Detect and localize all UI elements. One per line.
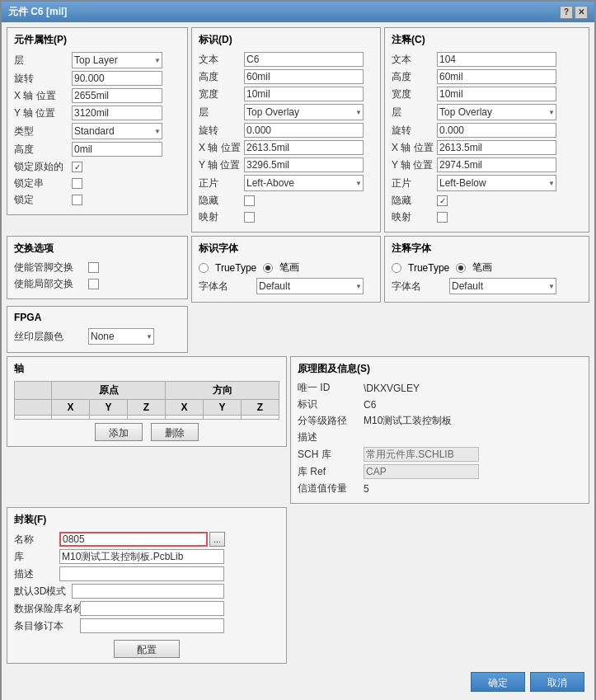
help-button[interactable]: ? [560, 6, 573, 19]
axis-title: 轴 [14, 362, 279, 376]
lock-origin-checkbox[interactable] [72, 162, 82, 172]
encap-3d-input[interactable] [72, 584, 224, 599]
encap-desc-input[interactable] [59, 566, 224, 581]
add-axis-button[interactable]: 添加 [95, 423, 143, 441]
comment-rotation-input[interactable] [437, 123, 556, 138]
font-id-stroke-radio[interactable] [263, 263, 273, 273]
font-comment-name-select[interactable]: Default [449, 278, 556, 294]
dir-y-header: Y [204, 400, 242, 416]
lock-origin-label: 锁定原始的 [14, 160, 72, 174]
axis-table: 原点 方向 X Y Z X Y Z [14, 381, 279, 420]
type-label: 类型 [14, 124, 72, 139]
props-title: 元件属性(P) [14, 33, 181, 47]
id-title: 标识(D) [199, 33, 373, 47]
comment-mirror-select[interactable]: Left-Below [437, 175, 556, 191]
origin-y-header: Y [90, 400, 128, 416]
unique-id-label: 唯一 ID [298, 381, 364, 395]
font-comment-panel: 注释字体 TrueType 笔画 字体名 Default [384, 236, 589, 303]
id-rotation-label: 旋转 [199, 124, 244, 138]
comment-hide-checkbox[interactable] [437, 195, 448, 206]
ok-button[interactable]: 确定 [471, 672, 525, 692]
encap-lib-input[interactable] [59, 549, 224, 564]
confidence-value: 5 [364, 483, 369, 495]
id-text-input[interactable] [244, 52, 364, 67]
axis-row [15, 416, 279, 420]
func-manage-checkbox[interactable] [88, 262, 99, 273]
id-text-label: 文本 [199, 53, 244, 67]
id-x-input[interactable] [244, 140, 364, 155]
id-mirror-select[interactable]: Left-Above [244, 175, 364, 191]
origin-header: 原点 [52, 382, 166, 400]
font-comment-name-label: 字体名 [392, 280, 449, 294]
comment-x-input[interactable] [437, 140, 556, 155]
comment-text-input[interactable] [437, 52, 556, 67]
comment-width-input[interactable] [437, 87, 556, 101]
dir-x-header: X [166, 400, 204, 416]
comment-text-label: 文本 [392, 53, 437, 67]
fpga-title: FPGA [14, 312, 181, 323]
height-input[interactable] [72, 142, 162, 157]
encap-lib-label: 库 [14, 550, 59, 564]
id-panel: 标识(D) 文本 高度 宽度 层 Top Overl [191, 27, 381, 233]
encap-panel: 封装(F) 名称 ... 库 描述 默认3D模式 [7, 507, 287, 664]
encap-revision-label: 条目修订本 [14, 619, 80, 633]
cancel-button[interactable]: 取消 [530, 672, 584, 692]
encap-title: 封装(F) [14, 513, 279, 527]
comment-width-label: 宽度 [392, 87, 437, 101]
layer-select[interactable]: Top Layer [72, 52, 162, 68]
id-width-input[interactable] [244, 87, 364, 101]
type-select[interactable]: Standard [72, 123, 162, 139]
comment-y-label: Y 轴 位置 [392, 158, 437, 172]
title-bar-buttons: ? ✕ [560, 6, 588, 19]
id-mirror-label: 正片 [199, 176, 244, 190]
comment-map-checkbox[interactable] [437, 212, 448, 223]
x-label: X 轴 位置 [14, 89, 72, 103]
id-y-input[interactable] [244, 157, 364, 172]
y-input[interactable] [72, 106, 162, 120]
encap-browse-button[interactable]: ... [209, 532, 225, 547]
exchange-title: 交换选项 [14, 242, 181, 256]
hierarchy-label: 分等级路径 [298, 414, 364, 428]
comment-y-input[interactable] [437, 157, 556, 172]
func-local-checkbox[interactable] [88, 279, 99, 289]
lock-checkbox[interactable] [72, 195, 82, 205]
origin-x-header: X [52, 400, 90, 416]
id-rotation-input[interactable] [244, 123, 364, 138]
id-map-checkbox[interactable] [244, 212, 255, 223]
font-comment-truetype-radio[interactable] [392, 263, 401, 273]
close-button[interactable]: ✕ [575, 6, 588, 19]
font-comment-title: 注释字体 [392, 242, 582, 256]
fpga-panel: FPGA 丝印层颜色 None [7, 306, 188, 353]
font-id-title: 标识字体 [199, 242, 373, 256]
id-y-label: Y 轴 位置 [199, 158, 244, 172]
encap-backup-input[interactable] [80, 601, 224, 616]
layer-label: 层 [14, 54, 72, 68]
id-height-input[interactable] [244, 69, 364, 84]
comment-rotation-label: 旋转 [392, 124, 437, 138]
id-hide-checkbox[interactable] [244, 195, 255, 206]
func-manage-label: 使能管脚交换 [14, 261, 88, 275]
props-panel: 元件属性(P) 层 Top Layer 旋转 X 轴 位置 [7, 27, 188, 215]
comment-layer-select[interactable]: Top Overlay [437, 104, 556, 120]
lock-string-checkbox[interactable] [72, 178, 82, 189]
bottom-buttons: 确定 取消 [7, 667, 589, 695]
font-comment-stroke-radio[interactable] [456, 263, 466, 273]
delete-axis-button[interactable]: 删除 [151, 423, 199, 441]
font-id-name-select[interactable]: Default [256, 278, 364, 294]
font-id-truetype-label: TrueType [215, 262, 256, 274]
x-input[interactable] [72, 88, 162, 103]
font-comment-stroke-label: 笔画 [472, 261, 492, 275]
silk-color-select[interactable]: None [88, 328, 154, 345]
main-window: 元件 C6 [mil] ? ✕ 元件属性(P) 层 Top Layer [0, 0, 596, 700]
id-layer-select[interactable]: Top Overlay [244, 104, 364, 120]
rotation-input[interactable] [72, 71, 162, 86]
font-id-truetype-radio[interactable] [199, 263, 209, 273]
id-value-label: 标识 [298, 397, 364, 411]
rotation-label: 旋转 [14, 72, 72, 86]
direction-header: 方向 [166, 382, 279, 400]
config-button[interactable]: 配置 [114, 640, 180, 658]
font-id-stroke-label: 笔画 [279, 261, 299, 275]
comment-height-input[interactable] [437, 69, 556, 84]
encap-revision-input[interactable] [80, 618, 224, 633]
encap-name-input[interactable] [59, 532, 208, 547]
